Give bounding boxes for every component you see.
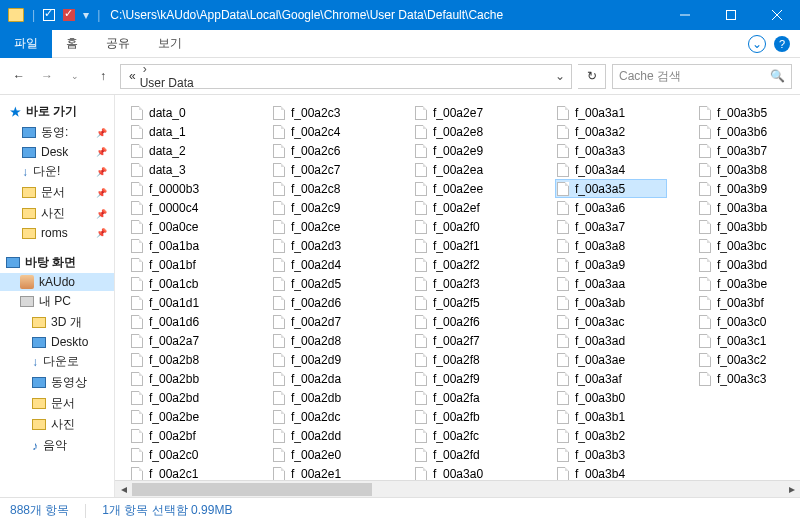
qat-checkbox-2[interactable] (63, 9, 75, 21)
file-item[interactable]: data_1 (129, 122, 241, 141)
file-item[interactable]: f_00a2bd (129, 388, 241, 407)
file-item[interactable]: f_00a3c1 (697, 331, 800, 350)
file-item[interactable]: data_0 (129, 103, 241, 122)
chevron-right-icon[interactable]: › (138, 64, 152, 77)
file-item[interactable]: f_00a3b2 (555, 426, 667, 445)
tree-item[interactable]: ↓다운로 (0, 351, 114, 372)
file-item[interactable]: f_00a1d6 (129, 312, 241, 331)
tree-this-pc[interactable]: 내 PC (0, 291, 114, 312)
file-item[interactable]: f_00a3af (555, 369, 667, 388)
file-item[interactable]: f_00a2f6 (413, 312, 525, 331)
file-item[interactable]: f_00a2da (271, 369, 383, 388)
scroll-right-button[interactable]: ▸ (783, 481, 800, 498)
file-item[interactable]: f_00a2e8 (413, 122, 525, 141)
tree-item[interactable]: 문서 (0, 393, 114, 414)
file-item[interactable]: f_00a0ce (129, 217, 241, 236)
file-item[interactable]: f_00a3bc (697, 236, 800, 255)
file-item[interactable]: f_00a3bb (697, 217, 800, 236)
tree-item[interactable]: 사진📌 (0, 203, 114, 224)
address-bar[interactable]: « Local›Google›Chrome›User Data›Default›… (120, 64, 572, 89)
file-item[interactable]: f_0000b3 (129, 179, 241, 198)
maximize-button[interactable] (708, 0, 754, 30)
file-item[interactable]: f_00a3c3 (697, 369, 800, 388)
file-item[interactable]: f_00a2e7 (413, 103, 525, 122)
address-dropdown[interactable]: ⌄ (545, 69, 565, 83)
file-item[interactable]: f_00a3c2 (697, 350, 800, 369)
file-item[interactable]: f_00a2d9 (271, 350, 383, 369)
file-item[interactable]: f_00a3ac (555, 312, 667, 331)
file-item[interactable]: f_00a3b8 (697, 160, 800, 179)
file-item[interactable]: f_00a2ef (413, 198, 525, 217)
file-item[interactable]: f_00a2c9 (271, 198, 383, 217)
forward-button[interactable]: → (36, 65, 58, 87)
file-item[interactable]: f_00a2bf (129, 426, 241, 445)
file-item[interactable]: f_00a3a6 (555, 198, 667, 217)
file-item[interactable]: f_00a2fb (413, 407, 525, 426)
tree-item[interactable]: ♪음악 (0, 435, 114, 456)
tab-share[interactable]: 공유 (92, 30, 144, 58)
tree-item[interactable]: roms📌 (0, 224, 114, 242)
file-item[interactable]: f_00a3a3 (555, 141, 667, 160)
file-item[interactable]: f_00a2c8 (271, 179, 383, 198)
file-item[interactable]: f_00a3c0 (697, 312, 800, 331)
help-button[interactable]: ? (774, 36, 790, 52)
file-item[interactable]: f_00a3ae (555, 350, 667, 369)
file-item[interactable]: f_00a3ba (697, 198, 800, 217)
file-item[interactable]: f_00a2ce (271, 217, 383, 236)
file-item[interactable]: f_00a3b1 (555, 407, 667, 426)
file-item[interactable]: f_00a2bb (129, 369, 241, 388)
file-item[interactable]: f_00a2d4 (271, 255, 383, 274)
file-item[interactable]: f_00a3b6 (697, 122, 800, 141)
file-list[interactable]: data_0data_1data_2data_3f_0000b3f_0000c4… (115, 95, 800, 497)
up-button[interactable]: ↑ (92, 65, 114, 87)
file-item[interactable]: f_00a2a7 (129, 331, 241, 350)
expand-ribbon-button[interactable]: ⌄ (748, 35, 766, 53)
file-item[interactable]: f_00a2d5 (271, 274, 383, 293)
file-item[interactable]: f_00a2f8 (413, 350, 525, 369)
tree-item[interactable]: 문서📌 (0, 182, 114, 203)
file-item[interactable]: f_00a2dd (271, 426, 383, 445)
tab-home[interactable]: 홈 (52, 30, 92, 58)
file-item[interactable]: f_00a2f0 (413, 217, 525, 236)
tree-item[interactable]: 동영상 (0, 372, 114, 393)
crumb-overflow[interactable]: « (127, 69, 138, 83)
file-item[interactable]: f_00a2d6 (271, 293, 383, 312)
tree-item[interactable]: ↓다운!📌 (0, 161, 114, 182)
file-item[interactable]: f_0000c4 (129, 198, 241, 217)
file-item[interactable]: f_00a3a5 (555, 179, 667, 198)
file-item[interactable]: f_00a2ea (413, 160, 525, 179)
file-item[interactable]: f_00a2fd (413, 445, 525, 464)
file-item[interactable]: f_00a2d3 (271, 236, 383, 255)
file-item[interactable]: f_00a3b7 (697, 141, 800, 160)
file-item[interactable]: f_00a3a1 (555, 103, 667, 122)
file-item[interactable]: f_00a2f1 (413, 236, 525, 255)
scroll-left-button[interactable]: ◂ (115, 481, 132, 498)
file-item[interactable]: f_00a2ee (413, 179, 525, 198)
tree-item[interactable]: Deskto (0, 333, 114, 351)
file-item[interactable]: f_00a2c4 (271, 122, 383, 141)
file-item[interactable]: f_00a1d1 (129, 293, 241, 312)
file-item[interactable]: f_00a2b8 (129, 350, 241, 369)
file-item[interactable]: f_00a2d7 (271, 312, 383, 331)
minimize-button[interactable] (662, 0, 708, 30)
file-item[interactable]: f_00a2d8 (271, 331, 383, 350)
file-item[interactable]: f_00a3b0 (555, 388, 667, 407)
tree-quick-access[interactable]: ★바로 가기 (0, 101, 114, 122)
file-item[interactable]: f_00a2fc (413, 426, 525, 445)
horizontal-scrollbar[interactable]: ◂ ▸ (115, 480, 800, 497)
navigation-tree[interactable]: ★바로 가기 동영:📌Desk📌↓다운!📌문서📌사진📌roms📌 바탕 화면 k… (0, 95, 115, 497)
file-item[interactable]: data_2 (129, 141, 241, 160)
file-item[interactable]: f_00a3ad (555, 331, 667, 350)
scroll-track[interactable] (132, 481, 783, 498)
file-item[interactable]: f_00a3a8 (555, 236, 667, 255)
file-item[interactable]: f_00a2fa (413, 388, 525, 407)
file-item[interactable]: f_00a2f7 (413, 331, 525, 350)
file-item[interactable]: f_00a3be (697, 274, 800, 293)
close-button[interactable] (754, 0, 800, 30)
file-item[interactable]: f_00a2f5 (413, 293, 525, 312)
file-item[interactable]: f_00a2c6 (271, 141, 383, 160)
file-item[interactable]: f_00a2c7 (271, 160, 383, 179)
qat-overflow[interactable]: ▾ (83, 8, 89, 22)
refresh-button[interactable]: ↻ (578, 64, 606, 89)
tree-desktop[interactable]: 바탕 화면 (0, 252, 114, 273)
